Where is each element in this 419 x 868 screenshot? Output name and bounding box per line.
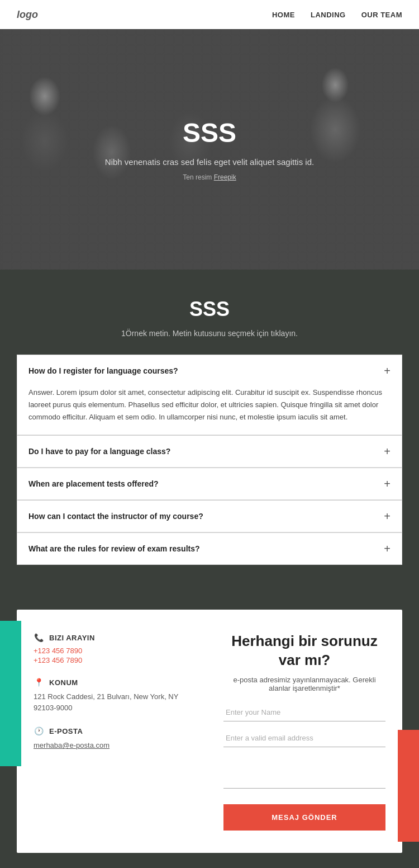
faq-question-text-5: What are the rules for review of exam re…: [28, 544, 200, 553]
faq-answer-1: Answer. Lorem ipsum dolor sit amet, cons…: [17, 386, 402, 435]
faq-question-2[interactable]: Do I have to pay for a language class? +: [17, 436, 402, 467]
faq-list: How do I register for language courses? …: [17, 355, 402, 565]
phone-link-2[interactable]: +123 456 7890: [34, 656, 196, 664]
contact-section: 📞 BIZI ARAYIN +123 456 7890 +123 456 789…: [0, 587, 419, 868]
contact-title: Herhangi bir sorunuz var mı?: [223, 632, 385, 670]
nav-links: HOME LANDING OUR TEAM: [272, 10, 402, 20]
faq-toggle-3: +: [384, 478, 391, 489]
faq-item-3: When are placement tests offered? +: [17, 468, 402, 500]
email-icon: 🕐: [34, 725, 45, 737]
phone-block: 📞 BIZI ARAYIN +123 456 7890 +123 456 789…: [34, 632, 196, 664]
phone-link-1[interactable]: +123 456 7890: [34, 647, 196, 655]
contact-form-area: Herhangi bir sorunuz var mı? e-posta adr…: [212, 610, 402, 853]
faq-question-text-4: How can I contact the instructor of my c…: [28, 512, 203, 521]
location-icon: 📍: [34, 677, 45, 688]
phone-label: 📞 BIZI ARAYIN: [34, 632, 196, 643]
faq-toggle-4: +: [384, 511, 391, 522]
faq-question-text-3: When are placement tests offered?: [28, 479, 159, 488]
email-label: 🕐 E-POSTA: [34, 725, 196, 737]
faq-toggle-5: +: [384, 543, 391, 554]
submit-button[interactable]: MESAJ GÖNDER: [223, 804, 385, 831]
message-input[interactable]: [223, 755, 385, 789]
contact-card: 📞 BIZI ARAYIN +123 456 7890 +123 456 789…: [17, 610, 402, 853]
contact-info: 📞 BIZI ARAYIN +123 456 7890 +123 456 789…: [17, 610, 212, 853]
faq-item-2: Do I have to pay for a language class? +: [17, 435, 402, 468]
email-link[interactable]: merhaba@e-posta.com: [34, 741, 109, 749]
faq-question-4[interactable]: How can I contact the instructor of my c…: [17, 501, 402, 532]
faq-subtitle: 1Örnek metin. Metin kutusunu seçmek için…: [17, 329, 402, 338]
nav-our-team[interactable]: OUR TEAM: [361, 11, 402, 19]
faq-title: SSS: [17, 298, 402, 321]
location-block: 📍 KONUM 121 Rock Caddesi, 21 Bulvarı, Ne…: [34, 677, 196, 713]
faq-question-text-2: Do I have to pay for a language class?: [28, 447, 170, 456]
email-field-group: [223, 729, 385, 747]
phone-icon: 📞: [34, 632, 45, 643]
logo: logo: [17, 9, 38, 21]
hero-title: SSS: [105, 117, 314, 148]
faq-question-5[interactable]: What are the rules for review of exam re…: [17, 533, 402, 564]
faq-item-1: How do I register for language courses? …: [17, 355, 402, 435]
faq-section: SSS 1Örnek metin. Metin kutusunu seçmek …: [0, 270, 419, 587]
faq-question-text-1: How do I register for language courses?: [28, 366, 178, 375]
hero-section: SSS Nibh venenatis cras sed felis eget v…: [0, 29, 419, 270]
nav-home[interactable]: HOME: [272, 11, 295, 19]
message-field-group: [223, 755, 385, 791]
hero-credit: Ten resim Freepik: [105, 173, 314, 181]
hero-content: SSS Nibh venenatis cras sed felis eget v…: [105, 117, 314, 181]
nav-landing[interactable]: LANDING: [311, 11, 346, 19]
email-input[interactable]: [223, 729, 385, 747]
faq-item-4: How can I contact the instructor of my c…: [17, 500, 402, 532]
faq-question-1[interactable]: How do I register for language courses? …: [17, 355, 402, 386]
faq-item-5: What are the rules for review of exam re…: [17, 532, 402, 565]
freepik-link[interactable]: Freepik: [214, 173, 236, 181]
faq-toggle-2: +: [384, 446, 391, 457]
hero-subtitle: Nibh venenatis cras sed felis eget velit…: [105, 157, 314, 167]
navbar: logo HOME LANDING OUR TEAM: [0, 0, 419, 29]
name-field-group: [223, 704, 385, 721]
email-block: 🕐 E-POSTA merhaba@e-posta.com: [34, 725, 196, 750]
location-label: 📍 KONUM: [34, 677, 196, 688]
contact-note: e-posta adresimiz yayınlanmayacak. Gerek…: [223, 676, 385, 692]
name-input[interactable]: [223, 704, 385, 721]
faq-toggle-1: +: [384, 365, 391, 376]
address-text: 121 Rock Caddesi, 21 Bulvarı, New York, …: [34, 691, 196, 713]
faq-question-3[interactable]: When are placement tests offered? +: [17, 468, 402, 499]
